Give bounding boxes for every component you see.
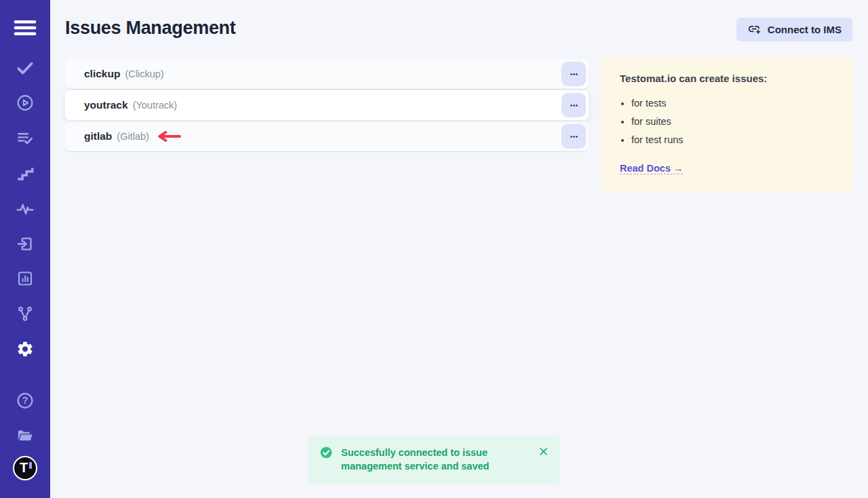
page-title: Issues Management bbox=[65, 18, 236, 39]
svg-text:?: ? bbox=[22, 395, 28, 406]
ellipsis-icon bbox=[568, 130, 580, 143]
connect-button-label: Connect to IMS bbox=[768, 24, 842, 35]
ims-list: clickup (Clickup) youtrack (Youtrack) gi… bbox=[65, 59, 589, 153]
success-check-icon bbox=[319, 446, 333, 459]
toast-message: Succesfully connected to issue managemen… bbox=[341, 446, 519, 473]
close-icon bbox=[538, 446, 549, 457]
info-list-item: for tests bbox=[631, 98, 834, 109]
sidebar: ? T bbox=[0, 0, 50, 498]
info-panel-title: Testomat.io can create issues: bbox=[620, 73, 834, 84]
info-list-item: for test runs bbox=[631, 134, 834, 145]
logo-accent-bar bbox=[29, 462, 32, 469]
ims-row-gitlab[interactable]: gitlab (Gitlab) bbox=[65, 121, 589, 151]
tests-check-icon[interactable] bbox=[16, 59, 35, 77]
ims-row-clickup[interactable]: clickup (Clickup) bbox=[65, 59, 589, 89]
row-actions-button[interactable] bbox=[561, 62, 586, 86]
info-list: for tests for suites for test runs bbox=[620, 98, 834, 145]
branches-icon[interactable] bbox=[16, 305, 35, 323]
ims-type: (Clickup) bbox=[125, 69, 163, 79]
help-icon[interactable]: ? bbox=[16, 391, 35, 410]
run-play-icon[interactable] bbox=[16, 94, 35, 112]
ims-row-youtrack[interactable]: youtrack (Youtrack) bbox=[65, 90, 589, 120]
row-actions-button[interactable] bbox=[561, 93, 586, 117]
pulse-analytics-icon[interactable] bbox=[16, 199, 35, 218]
ellipsis-icon bbox=[568, 68, 580, 81]
projects-folder-icon[interactable] bbox=[16, 426, 35, 444]
hamburger-menu-icon[interactable] bbox=[14, 20, 37, 36]
info-list-item: for suites bbox=[631, 116, 834, 127]
connect-to-ims-button[interactable]: Connect to IMS bbox=[736, 18, 852, 41]
reports-chart-icon[interactable] bbox=[16, 269, 35, 288]
import-icon[interactable] bbox=[16, 235, 35, 253]
test-plans-list-icon[interactable] bbox=[16, 129, 35, 147]
logo-letter: T bbox=[20, 460, 28, 476]
ellipsis-icon bbox=[568, 99, 580, 112]
read-docs-link[interactable]: Read Docs → bbox=[620, 163, 683, 174]
ims-name: clickup bbox=[84, 68, 120, 80]
red-arrow-annotation bbox=[156, 130, 182, 142]
success-toast: Succesfully connected to issue managemen… bbox=[309, 436, 559, 484]
steps-icon[interactable] bbox=[16, 164, 35, 183]
link-plus-icon bbox=[747, 22, 762, 37]
row-actions-button[interactable] bbox=[561, 124, 586, 149]
logo-circle: T bbox=[13, 456, 37, 480]
testomatio-logo[interactable]: T bbox=[13, 456, 37, 480]
ims-type: (Youtrack) bbox=[133, 100, 178, 111]
info-panel: Testomat.io can create issues: for tests… bbox=[601, 57, 853, 192]
settings-gear-icon[interactable] bbox=[16, 340, 35, 358]
ims-name: gitlab bbox=[84, 130, 112, 142]
toast-close-button[interactable] bbox=[538, 446, 549, 457]
ims-name: youtrack bbox=[84, 99, 128, 111]
ims-type: (Gitlab) bbox=[117, 131, 149, 142]
